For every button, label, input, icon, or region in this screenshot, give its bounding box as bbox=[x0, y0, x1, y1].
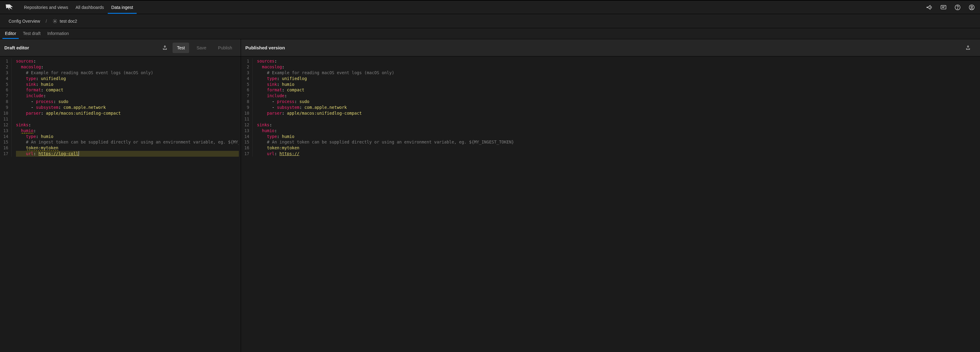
code-content[interactable]: - process: sudo bbox=[257, 99, 978, 105]
publish-button[interactable]: Publish bbox=[214, 43, 236, 53]
code-content[interactable]: macoslog: bbox=[257, 64, 978, 70]
test-button[interactable]: Test bbox=[173, 43, 189, 53]
tab-editor[interactable]: Editor bbox=[4, 31, 17, 39]
code-line[interactable]: 1sources: bbox=[241, 58, 980, 64]
code-content[interactable]: token:mytoken bbox=[257, 145, 978, 151]
share-draft-button[interactable] bbox=[160, 43, 170, 53]
code-content[interactable]: - subsystem: com.apple.network bbox=[257, 105, 978, 110]
code-line[interactable]: 7 include: bbox=[241, 93, 980, 99]
primary-nav: Repositories and viewsAll dashboardsData… bbox=[20, 1, 137, 14]
code-content[interactable]: sink: humio bbox=[16, 82, 239, 87]
code-content[interactable]: sources: bbox=[16, 58, 239, 64]
code-line[interactable]: 5 sink: humio bbox=[0, 82, 241, 87]
token-key: humio bbox=[21, 128, 33, 133]
code-content[interactable]: type: humio bbox=[16, 134, 239, 140]
code-line[interactable]: 14 type: humio bbox=[0, 134, 241, 140]
tab-test-draft[interactable]: Test draft bbox=[22, 31, 41, 39]
code-line[interactable]: 15 # An ingest token can be supplied dir… bbox=[0, 139, 241, 145]
code-line[interactable]: 9 - subsystem: com.apple.network bbox=[241, 105, 980, 110]
code-content[interactable]: # Example for reading macOS event logs (… bbox=[16, 70, 239, 76]
share-published-button[interactable] bbox=[963, 43, 973, 53]
code-content[interactable]: # Example for reading macOS event logs (… bbox=[257, 70, 978, 76]
nav-link-repositories-and-views[interactable]: Repositories and views bbox=[20, 1, 72, 14]
code-line[interactable]: 16 token:mytoken bbox=[241, 145, 980, 151]
code-line[interactable]: 5 sink: humio bbox=[241, 82, 980, 87]
code-line[interactable]: 6 format: compact bbox=[0, 87, 241, 93]
code-content[interactable]: # An ingest token can be supplied direct… bbox=[257, 139, 978, 145]
code-line[interactable]: 8 - process: sudo bbox=[241, 99, 980, 105]
save-button[interactable]: Save bbox=[192, 43, 211, 53]
code-content[interactable]: token:mytoken bbox=[16, 145, 239, 151]
code-line[interactable]: 16 token:mytoken bbox=[0, 145, 241, 151]
code-line[interactable]: 9 - subsystem: com.apple.network bbox=[0, 105, 241, 110]
code-line[interactable]: 11 bbox=[0, 116, 241, 122]
code-line[interactable]: 2 macoslog: bbox=[241, 64, 980, 70]
messages-icon[interactable] bbox=[940, 4, 947, 11]
code-content[interactable]: humio: bbox=[16, 128, 239, 134]
app-logo[interactable] bbox=[5, 3, 14, 12]
profile-icon[interactable] bbox=[968, 4, 975, 11]
code-content[interactable] bbox=[16, 116, 239, 122]
code-line[interactable]: 14 type: humio bbox=[241, 134, 980, 140]
token-comment: # Example for reading macOS event logs (… bbox=[26, 70, 154, 75]
token-key: parser bbox=[267, 111, 282, 116]
token-key: type bbox=[267, 76, 277, 81]
code-content[interactable]: - process: sudo bbox=[16, 99, 239, 105]
code-line[interactable]: 10 parser: apple/macos:unifiedlog-compac… bbox=[241, 110, 980, 116]
code-line[interactable]: 13 humio: bbox=[0, 128, 241, 134]
code-line[interactable]: 12sinks: bbox=[0, 122, 241, 128]
code-content[interactable]: type: humio bbox=[257, 134, 978, 140]
code-content[interactable]: parser: apple/macos:unifiedlog-compact bbox=[16, 110, 239, 116]
breadcrumb-root[interactable]: Config Overview bbox=[9, 19, 40, 24]
tab-information[interactable]: Information bbox=[47, 31, 69, 39]
code-content[interactable]: include: bbox=[257, 93, 978, 99]
code-content[interactable]: type: unifiedlog bbox=[16, 76, 239, 82]
code-content[interactable]: # An ingest token can be supplied direct… bbox=[16, 139, 239, 145]
code-content[interactable]: url: https://log-coll bbox=[16, 151, 239, 157]
announce-icon[interactable] bbox=[926, 4, 933, 11]
code-line[interactable]: 13 humio: bbox=[241, 128, 980, 134]
code-line[interactable]: 8 - process: sudo bbox=[0, 99, 241, 105]
code-content[interactable]: macoslog: bbox=[16, 64, 239, 70]
code-line[interactable]: 6 format: compact bbox=[241, 87, 980, 93]
nav-link-all-dashboards[interactable]: All dashboards bbox=[72, 1, 108, 14]
code-content[interactable]: sources: bbox=[257, 58, 978, 64]
code-line[interactable]: 4 type: unifiedlog bbox=[241, 76, 980, 82]
code-content[interactable]: - subsystem: com.apple.network bbox=[16, 105, 239, 110]
code-content[interactable]: url: https:// bbox=[257, 151, 978, 157]
line-number: 14 bbox=[2, 134, 12, 140]
code-line[interactable]: 17 url: https:// bbox=[241, 151, 980, 157]
code-content[interactable]: include: bbox=[16, 93, 239, 99]
code-line[interactable]: 3 # Example for reading macOS event logs… bbox=[0, 70, 241, 76]
code-line[interactable]: 7 include: bbox=[0, 93, 241, 99]
token-colon: : bbox=[33, 128, 36, 133]
code-content[interactable]: format: compact bbox=[16, 87, 239, 93]
svg-point-5 bbox=[54, 21, 56, 22]
code-content[interactable] bbox=[257, 116, 978, 122]
code-line[interactable]: 10 parser: apple/macos:unifiedlog-compac… bbox=[0, 110, 241, 116]
code-content[interactable]: format: compact bbox=[257, 87, 978, 93]
breadcrumb-leaf[interactable]: test doc2 bbox=[52, 19, 77, 24]
draft-editor-pane[interactable]: 1sources:2 macoslog:3 # Example for read… bbox=[0, 56, 241, 352]
code-line[interactable]: 2 macoslog: bbox=[0, 64, 241, 70]
token-str: apple/macos:unifiedlog-compact bbox=[46, 111, 121, 116]
code-content[interactable]: parser: apple/macos:unifiedlog-compact bbox=[257, 110, 978, 116]
code-line[interactable]: 11 bbox=[241, 116, 980, 122]
code-line[interactable]: 12sinks: bbox=[241, 122, 980, 128]
code-line[interactable]: 17 url: https://log-coll bbox=[0, 151, 241, 157]
published-editor-pane[interactable]: 1sources:2 macoslog:3 # Example for read… bbox=[241, 56, 980, 352]
code-line[interactable]: 1sources: bbox=[0, 58, 241, 64]
code-content[interactable]: sinks: bbox=[257, 122, 978, 128]
token-colon: : bbox=[299, 105, 304, 110]
code-line[interactable]: 4 type: unifiedlog bbox=[0, 76, 241, 82]
code-content[interactable]: sink: humio bbox=[257, 82, 978, 87]
code-content[interactable]: humio: bbox=[257, 128, 978, 134]
line-number: 15 bbox=[2, 139, 12, 145]
code-line[interactable]: 3 # Example for reading macOS event logs… bbox=[241, 70, 980, 76]
help-icon[interactable] bbox=[954, 4, 961, 11]
nav-link-data-ingest[interactable]: Data ingest bbox=[108, 1, 137, 14]
code-content[interactable]: type: unifiedlog bbox=[257, 76, 978, 82]
code-content[interactable]: sinks: bbox=[16, 122, 239, 128]
code-line[interactable]: 15 # An ingest token can be supplied dir… bbox=[241, 139, 980, 145]
line-number: 2 bbox=[243, 64, 253, 70]
